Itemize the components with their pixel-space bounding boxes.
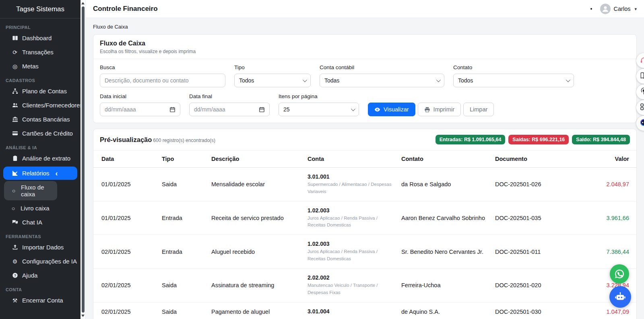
conta-code: 2.02.002 bbox=[308, 274, 395, 281]
sidebar-item-label: Transações bbox=[22, 49, 54, 56]
sidebar-item-metas[interactable]: ◎Metas bbox=[0, 59, 80, 73]
imprimir-button[interactable]: Imprimir bbox=[418, 103, 461, 116]
data-inicial-label: Data inicial bbox=[100, 93, 180, 99]
printer-icon bbox=[424, 107, 430, 113]
saidas-badge: Saídas: R$ 696.221,16 bbox=[508, 135, 569, 144]
data-final-input[interactable] bbox=[189, 103, 270, 116]
contato-select[interactable]: Todos bbox=[453, 74, 574, 87]
circle-icon: ○ bbox=[10, 187, 17, 194]
limpar-label: Limpar bbox=[470, 106, 487, 113]
edge-tool-book-icon[interactable] bbox=[636, 69, 644, 84]
data-inicial-field[interactable] bbox=[105, 106, 169, 113]
scroll-up-arrow-icon[interactable] bbox=[81, 2, 85, 4]
cell-contato: de Aquino S.A. bbox=[398, 302, 492, 319]
page-title: Controle Financeiro bbox=[93, 5, 158, 13]
cell-conta: 2.02.002Manutencao Veiculo / Transporte … bbox=[304, 268, 398, 302]
edge-tool-podcast-icon[interactable] bbox=[636, 84, 644, 99]
user-menu[interactable]: Carlos ▾ bbox=[590, 4, 637, 14]
scroll-down-arrow-icon[interactable] bbox=[81, 315, 85, 317]
contato-select-value: Todos bbox=[458, 77, 473, 84]
robot-icon bbox=[614, 291, 626, 303]
cell-tipo: Saida bbox=[159, 302, 208, 319]
sidebar-item-clientes-fornecedores[interactable]: Clientes/Fornecedores bbox=[0, 98, 80, 112]
conta-code: 1.02.003 bbox=[308, 241, 395, 247]
sidebar-item-contas-bancarias[interactable]: Contas Bancárias bbox=[0, 112, 80, 126]
sidebar-item-dashboard[interactable]: Dashboard bbox=[0, 31, 80, 45]
conta-path: Juros Aplicacao / Renda Passiva / Receit… bbox=[308, 248, 395, 263]
edge-tool-grid-icon[interactable] bbox=[636, 100, 644, 115]
table-row: 02/01/2025SaidaPagamento de aluguel3.01.… bbox=[93, 302, 636, 319]
sidebar-item-cartoes-de-credito[interactable]: Cartões de Crédito bbox=[0, 126, 80, 140]
column-header-valor: Valor bbox=[572, 150, 636, 168]
nav-section-label: CONTA bbox=[6, 287, 80, 292]
data-final-field[interactable] bbox=[194, 106, 259, 113]
data-inicial-input[interactable] bbox=[100, 103, 180, 116]
topbar: Controle Financeiro Carlos ▾ bbox=[86, 0, 644, 18]
filter-card-subtitle: Escolha os filtros, visualize e depois i… bbox=[100, 49, 630, 54]
sidebar-item-label: Contas Bancárias bbox=[22, 116, 70, 123]
data-final-label: Data final bbox=[189, 93, 270, 99]
column-header-tipo: Tipo bbox=[159, 150, 208, 168]
itens-por-pagina-select[interactable]: 25 bbox=[279, 103, 359, 116]
sidebar-item-chat-ia[interactable]: Chat IA bbox=[0, 215, 80, 229]
sidebar-item-importar-dados[interactable]: Importar Dados bbox=[0, 240, 80, 254]
bank-icon bbox=[11, 116, 19, 122]
cell-conta: 1.02.003Juros Aplicacao / Renda Passiva … bbox=[304, 201, 398, 235]
book-icon bbox=[640, 71, 644, 81]
imprimir-label: Imprimir bbox=[433, 106, 454, 113]
caret-down-icon[interactable]: ▾ bbox=[634, 6, 637, 12]
upload-icon bbox=[11, 244, 19, 250]
conta-contabil-select[interactable]: Todas bbox=[320, 74, 444, 87]
cell-descricao: Assinatura de streaming bbox=[208, 268, 304, 302]
sidebar-item-livro-caixa[interactable]: ○Livro caixa bbox=[0, 201, 80, 215]
preview-count: 600 registro(s) encontrado(s) bbox=[153, 138, 215, 143]
visualizar-button[interactable]: Visualizar bbox=[368, 103, 415, 116]
search-input-box[interactable] bbox=[100, 74, 225, 87]
sidebar-item-fluxo-de-caixa[interactable]: ○Fluxo de caixa bbox=[4, 181, 57, 200]
svg-text:?: ? bbox=[14, 274, 16, 278]
edge-tool-headphones-icon[interactable] bbox=[636, 53, 644, 68]
edge-tool-assistant-icon[interactable] bbox=[636, 116, 644, 131]
conta-code: 3.01.004 bbox=[308, 308, 395, 315]
gear-icon: ⚙ bbox=[11, 258, 19, 265]
tipo-select[interactable]: Todos bbox=[234, 74, 311, 87]
chevron-down-icon bbox=[303, 78, 307, 82]
question-icon: ? bbox=[11, 272, 19, 278]
sidebar-scrollbar[interactable] bbox=[80, 0, 86, 319]
cell-data: 02/01/2025 bbox=[93, 235, 159, 269]
sidebar-item-plano-de-contas[interactable]: Plano de Contas bbox=[0, 84, 80, 98]
ai-chat-button[interactable] bbox=[609, 286, 631, 308]
cell-data: 01/01/2025 bbox=[93, 201, 159, 235]
sidebar-item-configuracoes-de-ia[interactable]: ⚙Configurações de IA bbox=[0, 254, 80, 268]
user-name[interactable]: Carlos bbox=[614, 6, 631, 12]
sidebar-item-relatorios[interactable]: Relatórios‹ bbox=[3, 167, 77, 180]
column-header-contato: Contato bbox=[398, 150, 492, 168]
conta-code: 1.02.003 bbox=[308, 207, 395, 214]
avatar[interactable] bbox=[600, 4, 611, 14]
cell-valor: 3.961,66 bbox=[572, 201, 636, 235]
scrollbar-thumb[interactable] bbox=[82, 6, 85, 313]
sidebar-item-transacoes[interactable]: ⟳Transações bbox=[0, 45, 80, 59]
fluxo-table: DataTipoDescriçãoContaContatoDocumentoVa… bbox=[93, 150, 636, 319]
table-row: 01/01/2025EntradaReceita de servico pres… bbox=[93, 201, 636, 235]
search-input[interactable] bbox=[105, 77, 221, 84]
sidebar-item-label: Análise de extrato bbox=[22, 155, 70, 162]
sidebar-item-encerrar-conta[interactable]: ⚒Encerrar Conta bbox=[0, 293, 80, 307]
cell-documento: DOC-202501-026 bbox=[492, 168, 572, 202]
whatsapp-button[interactable] bbox=[610, 264, 629, 284]
sidebar-item-ajuda[interactable]: ?Ajuda bbox=[0, 268, 80, 282]
column-header-data: Data bbox=[93, 150, 159, 168]
chat-icon bbox=[11, 219, 19, 225]
limpar-button[interactable]: Limpar bbox=[463, 103, 494, 116]
sync-icon: ⟳ bbox=[11, 49, 19, 56]
sidebar-item-analise-de-extrato[interactable]: Análise de extrato bbox=[0, 151, 80, 165]
circle-icon: ○ bbox=[10, 205, 17, 212]
conta-path: Supermercado / Alimentacao / Despesas Va… bbox=[308, 181, 395, 196]
sidebar-item-label: Fluxo de caixa bbox=[21, 184, 54, 198]
nav-section-label: CADASTROS bbox=[6, 78, 80, 83]
cell-conta: 3.01.001Supermercado / Alimentacao / Des… bbox=[304, 168, 398, 202]
itens-por-pagina-value: 25 bbox=[283, 106, 290, 113]
credit-card-icon bbox=[11, 130, 19, 136]
cell-conta: 3.01.004 bbox=[304, 302, 398, 319]
headphones-icon bbox=[640, 56, 644, 66]
